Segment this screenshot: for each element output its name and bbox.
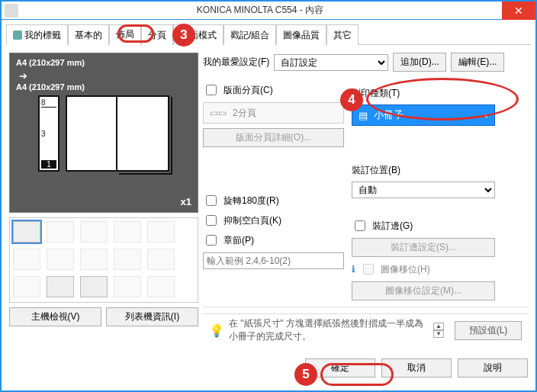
imposition-detail-button[interactable]: 版面分頁詳細(O)... <box>203 128 344 147</box>
thumb-item[interactable] <box>13 276 40 297</box>
hint-text: 在 "紙張尺寸" 方塊選擇紙張然後對摺成一半成為小冊子的完成尺寸。 <box>229 317 429 343</box>
thumb-item[interactable] <box>47 221 74 243</box>
image-shift-checkbox[interactable]: ℹ 圖像移位(H) <box>352 262 495 277</box>
chevron-down-icon: ▾ <box>484 111 488 120</box>
print-type-select[interactable]: ▤ 小冊子 ▾ <box>352 104 495 126</box>
ok-button[interactable]: 確定 <box>305 358 375 378</box>
defaults-button[interactable]: 預設值(L) <box>455 321 522 340</box>
thumb-item[interactable] <box>147 249 175 270</box>
staple-settings-button[interactable]: 裝訂邊設定(S)... <box>352 238 495 257</box>
tag-icon <box>13 31 22 40</box>
binding-select[interactable]: 自動 <box>352 182 495 198</box>
spinner-up[interactable]: ▲ <box>433 323 444 330</box>
image-shift-settings-button[interactable]: 圖像移位設定(M)... <box>352 281 495 300</box>
thumb-item[interactable] <box>114 249 141 270</box>
info-icon: ℹ <box>352 264 355 275</box>
tab-layout[interactable]: 佈局 <box>109 24 141 45</box>
tab-row: 我的標籤 基本的 佈局 分頁 封面模式 戳記/組合 圖像品質 其它 <box>2 20 535 45</box>
favorites-label: 我的最愛設定(F) <box>203 56 269 69</box>
favorites-add-button[interactable]: 追加(D)... <box>393 53 446 72</box>
tab-paging[interactable]: 分頁 <box>141 24 173 45</box>
thumb-item[interactable] <box>13 249 40 270</box>
suppress-blank-checkbox[interactable]: 抑制空白頁(K) <box>203 213 344 228</box>
paper-from: A4 (210x297 mm) <box>16 58 85 67</box>
staple-checkbox[interactable]: 裝訂邊(G) <box>352 218 495 233</box>
thumb-item[interactable] <box>114 276 141 297</box>
favorites-edit-button[interactable]: 編輯(E)... <box>451 53 504 72</box>
chapter-checkbox[interactable]: 章節(P) <box>203 233 344 248</box>
thumb-item[interactable] <box>114 221 141 243</box>
tab-stamp[interactable]: 戳記/組合 <box>223 24 276 45</box>
printer-info-button[interactable]: 列表機資訊(I) <box>106 307 198 326</box>
two-up-icon: ▭▭ <box>210 108 227 118</box>
host-view-button[interactable]: 主機檢視(V) <box>9 307 101 326</box>
close-button[interactable]: ✕ <box>502 2 535 20</box>
thumb-item[interactable] <box>147 276 175 297</box>
thumb-item[interactable] <box>47 276 74 297</box>
tab-my-tag[interactable]: 我的標籤 <box>6 24 68 45</box>
lightbulb-icon: 💡 <box>209 323 224 338</box>
thumb-booklet[interactable] <box>13 221 40 243</box>
booklet-icon: ▤ <box>359 110 368 121</box>
imposition-chip: ▭▭ 2分頁 <box>203 102 344 124</box>
paper-to: A4 (210x297 mm) <box>16 82 85 92</box>
thumb-item[interactable] <box>80 221 108 243</box>
window-title: KONICA MINOLTA C554 - 內容 <box>18 4 502 17</box>
print-type-label: 列印種類(T) <box>352 87 495 100</box>
copy-count: x1 <box>181 196 191 207</box>
arrow-icon: ➔ <box>19 70 27 82</box>
imposition-checkbox[interactable]: 版面分頁(C) <box>203 82 344 98</box>
spinner-down[interactable]: ▼ <box>433 330 444 338</box>
help-button[interactable]: 說明 <box>458 358 528 378</box>
favorites-select[interactable]: 自訂設定 <box>274 54 388 71</box>
tab-quality[interactable]: 圖像品質 <box>276 24 326 45</box>
feature-thumbnails <box>9 217 198 303</box>
cancel-button[interactable]: 取消 <box>381 358 452 378</box>
thumb-item[interactable] <box>47 249 74 270</box>
tab-other[interactable]: 其它 <box>326 24 359 45</box>
app-icon <box>5 4 18 18</box>
chapter-input[interactable] <box>203 252 344 269</box>
tab-basic[interactable]: 基本的 <box>68 24 109 45</box>
thumb-item[interactable] <box>147 221 175 243</box>
thumb-item[interactable] <box>80 276 108 297</box>
page-preview: A4 (210x297 mm) ➔ A4 (210x297 mm) 8 3 1 … <box>9 53 198 213</box>
binding-label: 裝訂位置(B) <box>352 164 495 177</box>
hint-spinner[interactable]: ▲ ▼ <box>433 323 444 338</box>
rotate-checkbox[interactable]: 旋轉180度(R) <box>203 193 344 208</box>
thumb-item[interactable] <box>80 249 108 270</box>
tab-cover[interactable]: 封面模式 <box>173 24 223 45</box>
